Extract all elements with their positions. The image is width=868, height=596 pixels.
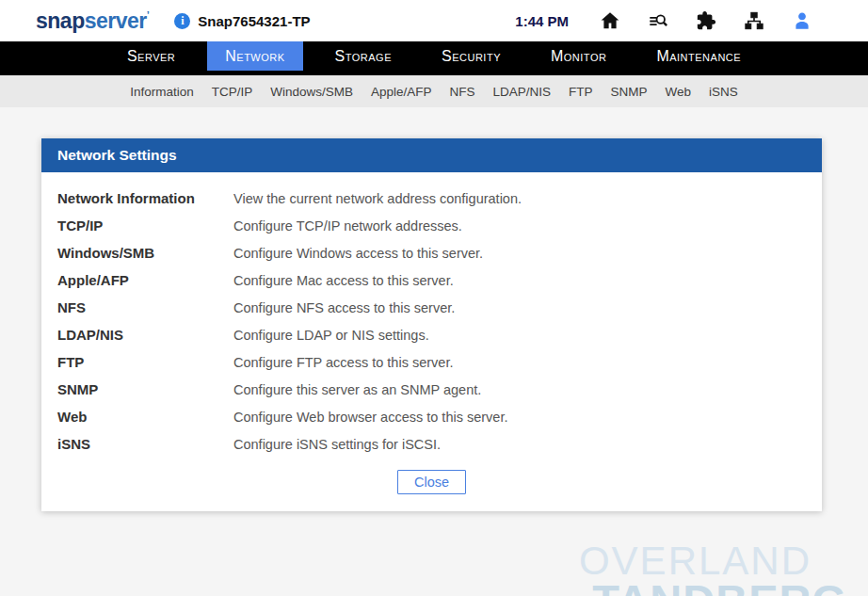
panel-title: Network Settings: [41, 138, 822, 172]
link-ftp[interactable]: FTP: [57, 354, 233, 370]
main-content: OVERLAND TANDBERG Network Settings Netwo…: [0, 138, 868, 596]
setting-row-windows-smb: Windows/SMB Configure Windows access to …: [57, 239, 806, 266]
close-button-row: Close: [57, 470, 806, 494]
setting-row-network-information: Network Information View the current net…: [57, 185, 806, 212]
main-nav: Server Network Storage Security Monitor …: [0, 41, 868, 75]
plugin-icon[interactable]: [695, 9, 717, 32]
info-icon[interactable]: i: [174, 13, 190, 29]
setting-row-snmp: SNMP Configure this server as an SNMP ag…: [57, 376, 806, 403]
user-icon[interactable]: [791, 9, 813, 32]
link-tcpip[interactable]: TCP/IP: [57, 217, 233, 234]
subnav-tcpip[interactable]: TCP/IP: [212, 85, 253, 99]
desc-isns: Configure iSNS settings for iSCSI.: [233, 437, 441, 452]
setting-row-tcpip: TCP/IP Configure TCP/IP network addresse…: [57, 212, 806, 239]
link-ldap-nis[interactable]: LDAP/NIS: [57, 327, 233, 343]
network-subnav: Information TCP/IP Windows/SMB Apple/AFP…: [0, 75, 868, 107]
subnav-nfs[interactable]: NFS: [450, 85, 475, 99]
desc-ftp: Configure FTP access to this server.: [233, 355, 453, 370]
link-apple-afp[interactable]: Apple/AFP: [57, 272, 233, 288]
home-icon[interactable]: [599, 9, 621, 32]
link-network-information[interactable]: Network Information: [57, 190, 233, 206]
desc-nfs: Configure NFS access to this server.: [233, 300, 455, 315]
desc-network-information: View the current network address configu…: [233, 191, 522, 206]
watermark-tandberg: TANDBERG: [579, 580, 847, 596]
overland-tandberg-watermark: OVERLAND TANDBERG: [579, 543, 847, 596]
server-name: Snap7654321-TP: [198, 13, 310, 29]
link-snmp[interactable]: SNMP: [57, 381, 233, 397]
server-title-group: i Snap7654321-TP: [174, 13, 310, 29]
subnav-web[interactable]: Web: [666, 85, 692, 99]
nav-tab-maintenance[interactable]: Maintenance: [638, 41, 759, 71]
setting-row-ftp: FTP Configure FTP access to this server.: [57, 348, 806, 376]
nav-tab-security[interactable]: Security: [424, 41, 519, 71]
setting-row-apple-afp: Apple/AFP Configure Mac access to this s…: [57, 266, 806, 294]
subnav-apple-afp[interactable]: Apple/AFP: [371, 85, 432, 99]
setting-row-ldap-nis: LDAP/NIS Configure LDAP or NIS settings.: [57, 321, 806, 348]
link-nfs[interactable]: NFS: [57, 299, 233, 315]
nav-tab-storage[interactable]: Storage: [317, 41, 410, 71]
logo-trademark: ’: [147, 9, 150, 21]
desc-ldap-nis: Configure LDAP or NIS settings.: [233, 328, 429, 343]
setting-row-isns: iSNS Configure iSNS settings for iSCSI.: [57, 430, 806, 458]
nav-tab-monitor[interactable]: Monitor: [533, 41, 624, 71]
nav-tab-network[interactable]: Network: [207, 41, 302, 71]
snapserver-logo: snapserver’: [36, 8, 149, 34]
subnav-snmp[interactable]: SNMP: [611, 85, 648, 99]
sitemap-icon[interactable]: [743, 9, 765, 32]
clock-time: 1:44 PM: [515, 13, 569, 29]
desc-windows-smb: Configure Windows access to this server.: [233, 246, 483, 261]
log-search-icon[interactable]: [647, 9, 669, 32]
desc-web: Configure Web browser access to this ser…: [233, 410, 507, 425]
network-settings-panel: Network Settings Network Information Vie…: [41, 138, 822, 511]
link-isns[interactable]: iSNS: [57, 436, 233, 452]
subnav-isns[interactable]: iSNS: [709, 85, 738, 99]
subnav-information[interactable]: Information: [130, 85, 194, 99]
logo-part2: server: [85, 8, 147, 33]
logo-part1: snap: [36, 8, 85, 33]
header-icon-bar: [599, 9, 813, 32]
setting-row-nfs: NFS Configure NFS access to this server.: [57, 294, 806, 321]
nav-tab-server[interactable]: Server: [109, 41, 193, 71]
link-windows-smb[interactable]: Windows/SMB: [57, 245, 233, 261]
link-web[interactable]: Web: [57, 409, 233, 425]
subnav-ftp[interactable]: FTP: [569, 85, 593, 99]
desc-tcpip: Configure TCP/IP network addresses.: [233, 218, 462, 234]
panel-body: Network Information View the current net…: [41, 172, 822, 511]
watermark-overland: OVERLAND: [579, 543, 812, 580]
close-button[interactable]: Close: [397, 470, 466, 494]
desc-snmp: Configure this server as an SNMP agent.: [233, 382, 481, 397]
subnav-windows-smb[interactable]: Windows/SMB: [270, 85, 353, 99]
subnav-ldap-nis[interactable]: LDAP/NIS: [493, 85, 552, 99]
desc-apple-afp: Configure Mac access to this server.: [233, 273, 454, 288]
setting-row-web: Web Configure Web browser access to this…: [57, 403, 806, 430]
top-header: snapserver’ i Snap7654321-TP 1:44 PM: [0, 0, 868, 41]
